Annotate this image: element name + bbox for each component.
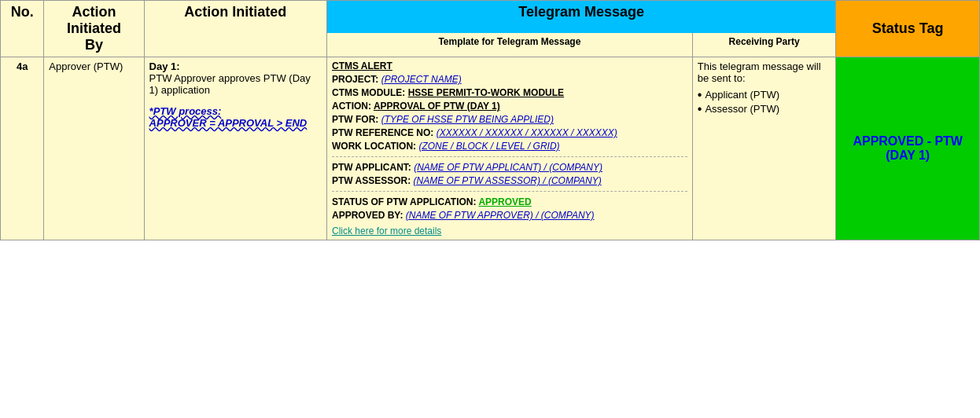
divider2 [332,191,687,192]
ptw-applicant-label: PTW APPLICANT: [332,162,414,173]
receiving-assessor: Assessor (PTW) [705,103,779,115]
table-row: 4a Approver (PTW) Day 1: PTW Approver ap… [1,57,980,240]
status-value: APPROVED [478,196,531,207]
receiving-intro: This telegram message will be sent to: [698,60,831,84]
ptw-assessor-line: PTW ASSESSOR: (NAME OF PTW ASSESSOR) / (… [332,175,687,186]
approved-by-line: APPROVED BY: (NAME OF PTW APPROVER) / (C… [332,210,687,221]
receiving-item-2: • Assessor (PTW) [698,103,831,116]
receiving-cell: This telegram message will be sent to: •… [692,57,836,240]
action-value: APPROVAL OF PTW (DAY 1) [374,101,500,112]
ptw-for-link: (TYPE OF HSSE PTW BEING APPLIED) [381,114,554,125]
project-line: PROJECT: (PROJECT NAME) [332,74,687,85]
receiving-applicant: Applicant (PTW) [705,89,779,101]
header-top-row: No. ActionInitiatedBy Action Initiated T… [1,1,980,33]
bullet-icon-2: • [698,103,702,116]
receiving-subheader: Receiving Party [692,32,836,57]
ptw-assessor-link: (NAME OF PTW ASSESSOR) / (COMPANY) [414,175,602,186]
ptw-ref-line: PTW REFERENCE NO: (XXXXXX / XXXXXX / XXX… [332,127,687,138]
work-location-link: (ZONE / BLOCK / LEVEL / GRID) [418,141,559,152]
ptw-process-label: *PTW process: [149,105,322,117]
receiving-item-1: • Applicant (PTW) [698,89,831,101]
approved-by-label: APPROVED BY: [332,210,406,221]
status-line: STATUS OF PTW APPLICATION: APPROVED [332,196,687,207]
ptw-ref-label: PTW REFERENCE NO: [332,127,437,138]
row-no: 4a [1,57,44,240]
status-tag-cell: APPROVED - PTW (DAY 1) [836,57,980,240]
action-by-cell: Approver (PTW) [44,57,144,240]
project-label: PROJECT: [332,74,381,85]
ptw-for-line: PTW FOR: (TYPE OF HSSE PTW BEING APPLIED… [332,114,687,125]
divider1 [332,156,687,157]
day1-description: PTW Approver approves PTW (Day 1) applic… [149,72,322,96]
action-initiated-cell: Day 1: PTW Approver approves PTW (Day 1)… [144,57,326,240]
work-location-label: WORK LOCATION: [332,141,418,152]
click-here-link[interactable]: Click here for more details [332,226,687,236]
ptw-applicant-link: (NAME OF PTW APPLICANT) / (COMPANY) [414,162,602,173]
ptw-process-detail: APPROVER = APPROVAL > END [149,117,322,129]
col-action-initiated-header: Action Initiated [144,1,326,57]
ptw-assessor-label: PTW ASSESSOR: [332,175,414,186]
ctms-module-label: CTMS MODULE: [332,87,408,98]
ptw-applicant-line: PTW APPLICANT: (NAME OF PTW APPLICANT) /… [332,162,687,173]
ctms-module-value: HSSE PERMIT-TO-WORK MODULE [408,87,564,98]
col-no-header: No. [1,1,44,57]
template-subheader: Template for Telegram Message [326,32,692,57]
bullet-icon-1: • [698,89,702,101]
status-label: STATUS OF PTW APPLICATION: [332,196,478,207]
status-tag-header: Status Tag [836,1,980,57]
ctms-module-line: CTMS MODULE: HSSE PERMIT-TO-WORK MODULE [332,87,687,98]
project-link: (PROJECT NAME) [381,74,462,85]
ptw-for-label: PTW FOR: [332,114,381,125]
approved-by-link: (NAME OF PTW APPROVER) / (COMPANY) [406,210,595,221]
action-label: ACTION: [332,101,374,112]
action-line: ACTION: APPROVAL OF PTW (DAY 1) [332,101,687,112]
template-cell: CTMS ALERT PROJECT: (PROJECT NAME) CTMS … [326,57,692,240]
day1-label: Day 1: [149,60,322,72]
col-action-by-header: ActionInitiatedBy [44,1,144,57]
work-location-line: WORK LOCATION: (ZONE / BLOCK / LEVEL / G… [332,141,687,152]
ctms-alert: CTMS ALERT [332,60,687,72]
ptw-ref-link: (XXXXXX / XXXXXX / XXXXXX / XXXXXX) [437,127,617,138]
telegram-message-header: Telegram Message [326,1,835,33]
